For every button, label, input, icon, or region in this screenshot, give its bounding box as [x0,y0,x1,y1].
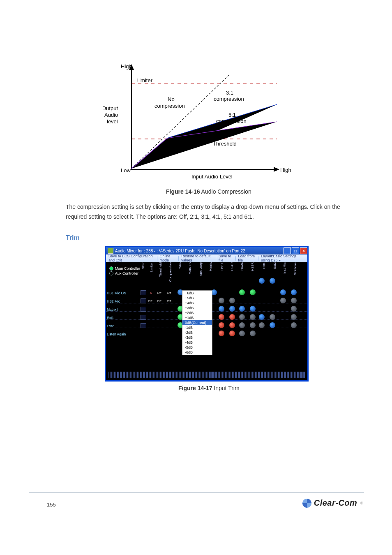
toolbar-layout-dropdown[interactable]: Layout:Basic Settings using D25 [258,254,307,262]
trim-opt-m5[interactable]: -5dB [182,345,212,350]
filter-box-3[interactable] [141,307,146,312]
brand-logo-block: Clear-Com ® [302,498,363,508]
col-ext2: Ext2 [273,262,280,269]
col-hs1r: HS1R [230,262,238,271]
toolbar-save-exit[interactable]: Save to ECS Configuration and Exit [106,254,157,262]
col-threshold: Threshold [159,262,166,277]
knob-r3-side[interactable] [291,306,297,312]
cell-r1-threshold[interactable]: Off [157,291,161,295]
knob-r6-b[interactable] [229,331,235,336]
knob-r5-f[interactable] [270,322,275,328]
figure-14-16-caption: Figure 14-16 Audio Compression [166,188,251,195]
cell-r1-compression[interactable]: Off [167,291,171,295]
col-sidetone: Sidetone [293,262,301,275]
cell-r2-limiter[interactable]: Off [148,299,152,303]
cell-r1-limiter[interactable]: +6 [148,291,152,295]
knob-r4-a[interactable] [219,314,224,320]
knob-r1-inst[interactable] [280,289,286,295]
trim-opt-m2[interactable]: -2dB [182,330,212,335]
knob-r6-c[interactable] [239,331,245,336]
toolbar-restore-defaults[interactable]: Restore to default values [179,254,216,262]
knob-r3-hs1l[interactable] [219,306,224,312]
col-hs1l: HS1L [220,262,228,271]
bottom-fade-bar [108,372,305,378]
knob-r4-c[interactable] [239,314,245,320]
trim-opt-p2[interactable]: +2dB [182,310,212,315]
toolbar-save-to-file[interactable]: Save to file [216,254,235,262]
trim-opt-p5[interactable]: +5dB [182,296,212,301]
close-button[interactable]: × [300,247,307,254]
knob-r6-a[interactable] [219,331,224,336]
compression-chart: High Low High Output Audio level Limiter… [103,62,292,181]
col-matrix: Matrix [209,262,216,271]
knob-r6-d[interactable] [250,331,256,336]
figure-14-17-caption: Figure 14-17 Input Trim [178,385,240,391]
knob-r1-hs2r[interactable] [250,289,256,295]
y-axis-label-2: Audio [104,112,118,118]
knob-r5-e[interactable] [259,322,265,328]
knob-r5-d[interactable] [250,322,256,328]
window-titlebar[interactable]: Audio Mixer for : 238 - : V-Series 2RU P… [106,247,307,254]
trim-opt-p1[interactable]: +1dB [182,315,212,320]
knob-r4-d[interactable] [250,314,256,320]
filter-box-2[interactable] [141,298,146,303]
col-hs2l: HS2L [240,262,247,271]
brand-tm: ® [360,501,363,505]
knob-r2-a[interactable] [219,298,224,303]
knob-r2-inst[interactable] [280,298,286,303]
footer-rule [29,493,364,493]
radio-main-controller[interactable]: Main Controller [109,266,140,271]
y-axis-label-3: level [107,118,118,125]
toolbar-online-mode[interactable]: Online mode [157,254,178,262]
c51-label-1: 5:1 [228,112,236,118]
c51-label-2: compression [216,118,247,124]
trim-dropdown[interactable]: +6dB +5dB +4dB +3dB +2dB +1dB 0dB(Curren… [182,290,212,355]
compression-paragraph: The compression setting is set by clicki… [66,202,359,222]
cell-r2-compression[interactable]: Off [167,299,171,303]
trim-opt-m1[interactable]: -1dB [182,325,212,330]
row-matrix: Matrix I [107,308,118,312]
trim-opt-p4[interactable]: +4dB [182,301,212,305]
trim-opt-m6[interactable]: -6dB [182,350,212,355]
knob-r4-e[interactable] [259,314,265,320]
knob-r4-side[interactable] [291,314,297,320]
col-filter: Filter [141,262,149,270]
filter-box-5[interactable] [141,323,146,328]
knob-r2-b[interactable] [229,298,235,303]
knob-top-ext2[interactable] [270,278,275,284]
minimize-button[interactable]: _ [284,247,291,254]
radio-aux-controller[interactable]: Aux Controller [109,271,140,275]
c31-label-2: compression [214,96,244,102]
footer-divider [56,499,56,511]
knob-r3-hs1r[interactable] [229,306,235,312]
trim-opt-p3[interactable]: +3dB [182,305,212,310]
col-trim: Trim [178,262,186,269]
maximize-button[interactable]: □ [292,247,299,254]
trim-opt-m4[interactable]: -4dB [182,340,212,345]
knob-r5-b[interactable] [229,322,235,328]
cell-r2-threshold[interactable]: Off [157,299,161,303]
knob-r4-b[interactable] [229,314,235,320]
knob-top-ext1[interactable] [259,278,265,284]
c31-label-1: 3:1 [226,90,233,96]
knob-r5-a[interactable] [219,322,224,328]
trim-opt-p6[interactable]: +6dB [182,291,212,296]
nocomp-label-2: compression [154,103,185,109]
filter-box-1[interactable] [141,290,146,295]
knob-r5-c[interactable] [239,322,245,328]
y-axis-label-1: Output [103,105,118,111]
row-listen-again: Listen Again [107,332,126,336]
knob-r5-side[interactable] [291,322,297,328]
toolbar-load-from-file[interactable]: Load from file [236,254,258,262]
knob-r3-hs2l[interactable] [239,306,245,312]
knob-r4-f[interactable] [270,314,275,320]
limiter-label: Limiter [136,77,153,83]
knob-r1-sidetone[interactable] [291,289,297,295]
trim-opt-0[interactable]: 0dB(Current) [182,320,212,325]
window-title: Audio Mixer for : 238 - : V-Series 2RU P… [115,249,245,253]
trim-opt-m3[interactable]: -3dB [182,335,212,340]
knob-r1-hs2l[interactable] [239,289,245,295]
knob-r3-hs2r[interactable] [250,306,256,312]
filter-box-4[interactable] [141,315,146,320]
knob-r2-side[interactable] [291,298,297,303]
